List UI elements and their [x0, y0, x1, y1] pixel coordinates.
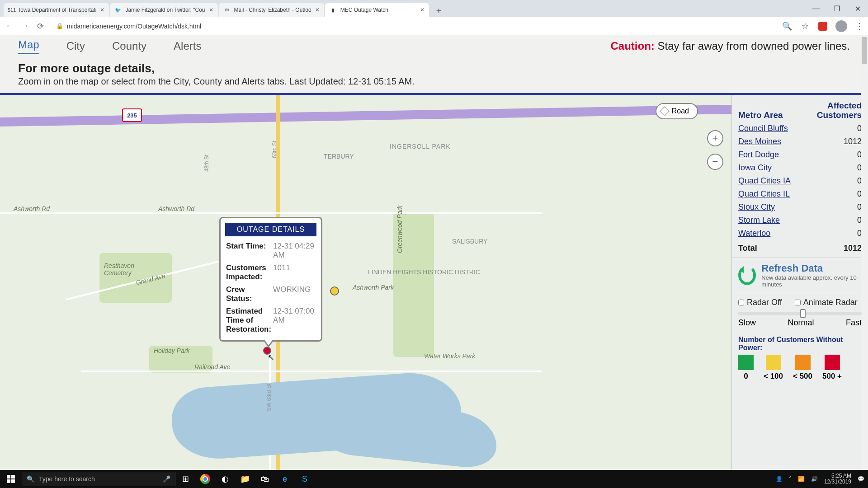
popup-field-value: 1011: [272, 262, 316, 283]
tray-notifications-button[interactable]: 💬: [858, 476, 864, 482]
radar-speed-slider[interactable]: [738, 312, 862, 315]
legend-label: < 100: [764, 372, 783, 381]
nav-back-button[interactable]: ←: [5, 21, 14, 31]
tray-people-icon[interactable]: 👤: [776, 476, 783, 482]
taskbar-app-ie[interactable]: e: [275, 470, 295, 488]
refresh-icon: [738, 265, 756, 285]
map-label: Ashworth Rd: [14, 205, 50, 212]
metro-row: Quad Cities IL0: [738, 188, 862, 201]
zoom-icon[interactable]: 🔍: [782, 21, 792, 31]
legend-swatch: [795, 355, 811, 370]
taskbar-app-store[interactable]: 🛍: [255, 470, 275, 488]
map-label: Greenwood Park: [396, 206, 403, 253]
tab-favicon-icon: 🐦: [114, 6, 122, 14]
caution-banner: Caution: Stay far away from downed power…: [610, 40, 850, 52]
map-zoom-in-button[interactable]: +: [707, 130, 723, 146]
search-placeholder: Type here to search: [39, 475, 95, 483]
metro-row: Council Bluffs0: [738, 122, 862, 135]
outage-map[interactable]: 235 Resthaven Cemetery Ashworth Rd Ashwo…: [0, 95, 731, 470]
tab-favicon-icon: ▮: [330, 6, 337, 14]
outage-marker-yellow[interactable]: [330, 286, 339, 296]
map-label: SW 63rd St: [266, 384, 272, 411]
view-tab-county[interactable]: County: [112, 40, 146, 52]
map-label: Holiday Park: [154, 347, 189, 354]
new-tab-button[interactable]: +: [433, 5, 445, 17]
tab-close-button[interactable]: ✕: [100, 7, 104, 13]
legend-swatch: [766, 355, 781, 370]
tab-close-button[interactable]: ✕: [315, 7, 320, 13]
side-total-value: 1012: [844, 244, 862, 253]
metro-city-link[interactable]: Waterloo: [738, 229, 770, 238]
map-layer-road-button[interactable]: Road: [656, 103, 698, 119]
browser-tabstrip: 511Iowa Department of Transportati✕🐦Jami…: [0, 0, 868, 17]
tray-overflow-button[interactable]: ˄: [789, 476, 792, 482]
metro-city-link[interactable]: Sioux City: [738, 202, 775, 212]
tray-network-icon[interactable]: 📶: [798, 476, 805, 482]
legend-label: 500 +: [822, 372, 842, 381]
map-label: SALISBURY: [452, 238, 487, 245]
browser-tab[interactable]: 🐦Jamie Fitzgerald on Twitter: "Cou✕: [110, 3, 217, 17]
browser-tab[interactable]: ✉Mail - Christy, Elizabeth - Outloo✕: [219, 3, 324, 17]
legend-item: 0: [738, 355, 754, 381]
view-tab-map[interactable]: Map: [18, 38, 39, 54]
tab-favicon-icon: ✉: [223, 6, 231, 14]
start-button[interactable]: [0, 470, 22, 488]
map-label: Resthaven Cemetery: [104, 262, 134, 277]
radar-off-checkbox[interactable]: Radar Off: [738, 298, 782, 307]
mic-icon[interactable]: 🎤: [163, 475, 170, 483]
tab-close-button[interactable]: ✕: [209, 7, 213, 13]
adblock-extension-icon[interactable]: [818, 22, 827, 31]
map-label: Water Works Park: [424, 352, 475, 360]
popup-field-value: 12-31 07:00 AM: [272, 305, 316, 336]
bookmark-star-icon[interactable]: ☆: [800, 21, 810, 31]
metro-city-link[interactable]: Quad Cities IA: [738, 176, 791, 186]
taskbar-app-eclipse[interactable]: ◐: [215, 470, 235, 488]
browser-tab[interactable]: ▮MEC Outage Watch✕: [325, 3, 429, 17]
taskbar-app-explorer[interactable]: 📁: [235, 470, 255, 488]
tab-title: Mail - Christy, Elizabeth - Outloo: [234, 7, 311, 13]
metro-city-link[interactable]: Des Moines: [738, 137, 781, 146]
browser-menu-button[interactable]: ⋮: [855, 21, 863, 31]
taskbar-clock[interactable]: 5:25 AM 12/31/2019: [824, 473, 851, 485]
lock-icon: 🔒: [56, 23, 63, 29]
nav-forward-button[interactable]: →: [20, 21, 30, 31]
metro-city-link[interactable]: Council Bluffs: [738, 124, 788, 133]
view-tab-city[interactable]: City: [66, 40, 85, 52]
browser-tab[interactable]: 511Iowa Department of Transportati✕: [4, 3, 109, 17]
window-minimize-button[interactable]: —: [806, 0, 826, 17]
legend-item: < 500: [793, 355, 812, 381]
legend-item: < 100: [764, 355, 783, 381]
animate-radar-checkbox[interactable]: Animate Radar: [795, 298, 858, 307]
popup-field-label: Estimated Time of Restoration:: [225, 305, 272, 336]
view-tab-alerts[interactable]: Alerts: [174, 40, 201, 52]
taskbar-search-input[interactable]: 🔍 Type here to search 🎤: [22, 472, 175, 486]
map-label: Ashworth Rd: [158, 205, 194, 212]
map-label: Railroad Ave: [194, 363, 230, 371]
taskbar-app-chrome[interactable]: [195, 470, 215, 488]
address-bar[interactable]: 🔒 midamericanenergy.com/OutageWatch/dsk.…: [51, 19, 207, 33]
refresh-data-button[interactable]: Refresh Data New data available approx. …: [732, 258, 868, 293]
metro-city-link[interactable]: Storm Lake: [738, 216, 780, 225]
metro-city-link[interactable]: Iowa City: [738, 163, 772, 173]
window-close-button[interactable]: ✕: [847, 0, 868, 17]
outage-marker-red[interactable]: [263, 347, 271, 355]
metro-row: Waterloo0: [738, 227, 862, 240]
tray-volume-icon[interactable]: 🔊: [811, 476, 818, 482]
legend-item: 500 +: [822, 355, 842, 381]
window-maximize-button[interactable]: ❐: [826, 0, 847, 17]
taskbar-app-skype[interactable]: S: [295, 470, 315, 488]
side-total-label: Total: [738, 244, 757, 253]
profile-avatar-button[interactable]: [835, 20, 847, 32]
popup-field-value: WORKING: [272, 283, 316, 305]
url-text: midamericanenergy.com/OutageWatch/dsk.ht…: [67, 23, 201, 30]
side-col-metro: Metro Area: [738, 110, 783, 120]
tab-close-button[interactable]: ✕: [420, 7, 425, 13]
metro-city-link[interactable]: Fort Dodge: [738, 150, 779, 160]
nav-reload-button[interactable]: ⟳: [35, 21, 45, 31]
page-scrollbar[interactable]: [861, 35, 868, 470]
subheader-title: For more outage details,: [18, 61, 850, 75]
task-view-button[interactable]: ⊞: [175, 470, 195, 488]
metro-city-link[interactable]: Quad Cities IL: [738, 189, 790, 199]
tab-title: MEC Outage Watch: [340, 7, 388, 13]
map-zoom-out-button[interactable]: −: [707, 154, 723, 170]
